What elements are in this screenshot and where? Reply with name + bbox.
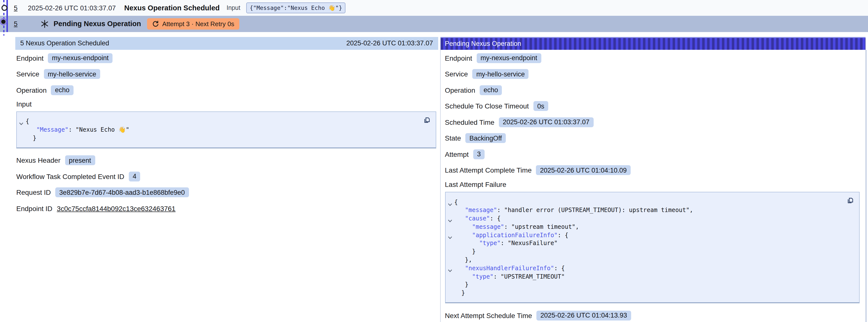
field-row: Request ID3e829b7e-7d67-4b08-aad3-b1e868… bbox=[16, 186, 436, 198]
workflow-event-history-view: 5 2025-02-26 UTC 01:03:37.07 Nexus Opera… bbox=[0, 0, 868, 322]
collapse-chevron-icon[interactable] bbox=[19, 119, 24, 124]
event-input-chip: {"Message":"Nexus Echo 👋"} bbox=[246, 2, 346, 13]
field-row: Operationecho bbox=[16, 84, 436, 96]
event-detail-title: 5 Nexus Operation Scheduled bbox=[20, 40, 109, 47]
field-label: Nexus Header bbox=[16, 156, 60, 164]
field-label: Last Attempt Complete Time bbox=[445, 166, 532, 174]
field-label: Service bbox=[16, 70, 39, 78]
retry-badge-label: Attempt 3 · Next Retry 0s bbox=[162, 20, 235, 28]
event-detail-body: Endpointmy-nexus-endpointServicemy-hello… bbox=[15, 50, 438, 214]
field-value-badge: present bbox=[65, 155, 95, 165]
retry-icon bbox=[152, 21, 159, 27]
field-value-badge: 3e829b7e-7d67-4b08-aad3-b1e868bfe9e0 bbox=[55, 187, 189, 197]
next-attempt-row: Next Attempt Schedule Time 2025-02-26 UT… bbox=[445, 310, 859, 321]
event-id-link[interactable]: 5 bbox=[14, 4, 18, 11]
field-value-badge: my-hello-service bbox=[472, 69, 529, 79]
field-value-badge: echo bbox=[51, 85, 73, 95]
event-timestamp: 2025-02-26 UTC 01:03:37.07 bbox=[28, 4, 116, 11]
event-fields-bottom: Nexus HeaderpresentWorkflow Task Complet… bbox=[16, 154, 436, 198]
field-value-badge: 3 bbox=[473, 149, 485, 159]
event-fields-top: Endpointmy-nexus-endpointServicemy-hello… bbox=[16, 52, 436, 96]
copy-failure-button[interactable] bbox=[846, 196, 855, 204]
field-row: Servicemy-hello-service bbox=[16, 68, 436, 80]
json-content: { "Message": "Nexus Echo 👋" } bbox=[26, 117, 421, 142]
field-value-badge: my-hello-service bbox=[44, 69, 100, 79]
field-value-badge: 2025-02-26 UTC 01:04:13.93 bbox=[536, 311, 631, 320]
input-section-label: Input bbox=[16, 100, 436, 109]
event-row-pending-nexus-operation[interactable]: 5 Pending Nexus Operation Attempt 3 · Ne… bbox=[0, 16, 868, 32]
pending-operation-title: Pending Nexus Operation bbox=[54, 20, 141, 28]
vertical-scrollbar[interactable] bbox=[865, 50, 867, 322]
json-content: { "message": "handler error (UPSTREAM_TI… bbox=[454, 198, 844, 297]
field-row: Servicemy-hello-service bbox=[445, 68, 859, 80]
field-label: Operation bbox=[16, 86, 46, 94]
field-label: Attempt bbox=[445, 150, 469, 158]
field-row: Workflow Task Completed Event ID4 bbox=[16, 170, 436, 182]
endpoint-id-row: Endpoint ID 3c0c75ccfa8144b092c13ce63246… bbox=[16, 202, 436, 214]
field-label: Operation bbox=[445, 86, 475, 94]
field-value-badge: 4 bbox=[129, 171, 141, 181]
field-label: Request ID bbox=[16, 188, 51, 196]
event-input-label: Input bbox=[226, 4, 240, 11]
field-row: Endpointmy-nexus-endpoint bbox=[16, 52, 436, 64]
field-row: Last Attempt Complete Time2025-02-26 UTC… bbox=[445, 164, 859, 176]
field-label: Service bbox=[445, 70, 468, 78]
pending-operation-header: Pending Nexus Operation bbox=[440, 37, 866, 50]
field-value-badge: echo bbox=[479, 85, 502, 95]
copy-input-button[interactable] bbox=[423, 117, 431, 124]
input-json-viewer: { "Message": "Nexus Echo 👋" } bbox=[16, 111, 436, 149]
field-row: Schedule To Close Timeout0s bbox=[445, 100, 859, 112]
field-label: Workflow Task Completed Event ID bbox=[16, 172, 124, 180]
timeline-open-node-icon[interactable] bbox=[2, 5, 7, 10]
pending-asterisk-icon bbox=[40, 20, 49, 28]
field-label: Endpoint bbox=[16, 54, 44, 62]
field-value-badge: 2025-02-26 UTC 01:03:37.07 bbox=[499, 117, 593, 127]
retry-status-badge: Attempt 3 · Next Retry 0s bbox=[147, 18, 239, 30]
field-label: Schedule To Close Timeout bbox=[445, 102, 529, 110]
field-value-badge: my-nexus-endpoint bbox=[48, 53, 113, 63]
pending-operation-panel: Pending Nexus Operation Endpointmy-nexus… bbox=[440, 37, 866, 322]
failure-json-viewer: { "message": "handler error (UPSTREAM_TI… bbox=[445, 192, 859, 303]
event-detail-header: 5 Nexus Operation Scheduled 2025-02-26 U… bbox=[15, 37, 438, 50]
field-value-badge: my-nexus-endpoint bbox=[477, 53, 541, 63]
event-name: Nexus Operation Scheduled bbox=[124, 4, 220, 12]
field-label: State bbox=[445, 134, 461, 142]
field-row: StateBackingOff bbox=[445, 132, 859, 144]
collapse-chevron-icon[interactable] bbox=[447, 217, 452, 221]
collapse-chevron-icon[interactable] bbox=[447, 233, 452, 238]
event-detail-timestamp: 2025-02-26 UTC 01:03:37.07 bbox=[346, 40, 433, 47]
field-row: Nexus Headerpresent bbox=[16, 154, 436, 166]
pending-operation-body: Endpointmy-nexus-endpointServicemy-hello… bbox=[440, 50, 866, 321]
field-row: Attempt3 bbox=[445, 148, 859, 160]
timeline-active-node-icon[interactable] bbox=[1, 20, 6, 24]
field-value-badge: 2025-02-26 UTC 01:04:10.09 bbox=[536, 165, 631, 175]
pending-operation-fields: Endpointmy-nexus-endpointServicemy-hello… bbox=[445, 52, 859, 176]
event-row-nexus-operation-scheduled[interactable]: 5 2025-02-26 UTC 01:03:37.07 Nexus Opera… bbox=[0, 0, 868, 16]
field-row: Endpointmy-nexus-endpoint bbox=[445, 52, 859, 64]
event-id-link[interactable]: 5 bbox=[14, 20, 18, 28]
field-label: Endpoint ID bbox=[16, 204, 52, 212]
field-row: Scheduled Time2025-02-26 UTC 01:03:37.07 bbox=[445, 116, 859, 128]
collapse-chevron-icon[interactable] bbox=[447, 200, 452, 205]
field-value-badge: 0s bbox=[533, 101, 548, 111]
collapse-chevron-icon[interactable] bbox=[447, 266, 452, 271]
pending-operation-header-title: Pending Nexus Operation bbox=[445, 40, 521, 47]
timeline-rail bbox=[0, 0, 11, 39]
failure-section-label: Last Attempt Failure bbox=[445, 180, 859, 189]
event-detail-panel: 5 Nexus Operation Scheduled 2025-02-26 U… bbox=[15, 37, 438, 322]
field-label: Next Attempt Schedule Time bbox=[445, 312, 532, 319]
field-label: Scheduled Time bbox=[445, 118, 494, 126]
field-label: Endpoint bbox=[445, 54, 472, 62]
field-value-badge: BackingOff bbox=[465, 133, 506, 143]
field-row: Operationecho bbox=[445, 84, 859, 96]
endpoint-id-link[interactable]: 3c0c75ccfa8144b092c13ce632463761 bbox=[57, 204, 176, 212]
